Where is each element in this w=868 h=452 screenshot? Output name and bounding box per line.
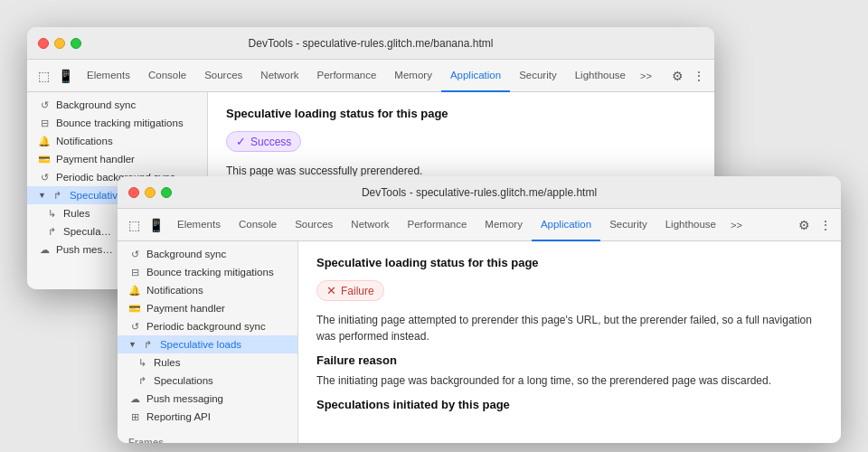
failure-reason-title: Failure reason [316, 353, 823, 367]
sidebar-item-label: Bounce tracking mitigations [146, 267, 274, 278]
sidebar-item-speculations-2[interactable]: ↱ Speculations [118, 372, 297, 390]
chevron-down-icon-2: ▼ [128, 340, 137, 349]
sidebar-item-label: Push mes… [56, 244, 113, 255]
maximize-button-2[interactable] [161, 187, 172, 198]
tab-lighthouse-2[interactable]: Lighthouse [656, 209, 725, 241]
status-badge-success: ✓ Success [226, 131, 301, 152]
sidebar-item-label: Bounce tracking mitigations [56, 118, 184, 128]
bounce-tracking-icon-2: ⊟ [128, 266, 141, 278]
sidebar-item-label: Notifications [146, 285, 203, 296]
speculative-loads-icon: ↱ [52, 189, 64, 202]
settings-icon-2[interactable]: ⚙ [796, 217, 812, 233]
tab-bar-banana: Elements Console Sources Network Perform… [78, 60, 665, 92]
more-tabs[interactable]: >> [635, 71, 657, 81]
sidebar-item-push-messaging-2[interactable]: ☁ Push messaging [118, 390, 297, 408]
inspect-icon-2[interactable]: ⬚ [125, 216, 143, 234]
tab-elements[interactable]: Elements [78, 60, 139, 92]
maximize-button[interactable] [71, 38, 81, 49]
sidebar-item-payment-handler-2[interactable]: 💳 Payment handler [118, 299, 297, 317]
tab-console-2[interactable]: Console [230, 209, 286, 241]
sidebar-item-payment-handler[interactable]: 💳 Payment handler [27, 150, 207, 168]
tab-sources-2[interactable]: Sources [286, 209, 342, 241]
window-title: DevTools - speculative-rules.glitch.me/b… [249, 37, 494, 50]
tab-memory[interactable]: Memory [385, 60, 441, 92]
notifications-icon: 🔔 [38, 135, 51, 147]
titlebar-banana: DevTools - speculative-rules.glitch.me/b… [27, 27, 714, 60]
reporting-api-icon-2: ⊞ [128, 410, 141, 423]
sidebar-item-bounce-tracking[interactable]: ⊟ Bounce tracking mitigations [27, 114, 207, 132]
close-button[interactable] [38, 38, 49, 49]
minimize-button[interactable] [54, 38, 65, 49]
tab-network-2[interactable]: Network [342, 209, 398, 241]
sidebar-apple: ↺ Background sync ⊟ Bounce tracking miti… [118, 241, 298, 443]
titlebar-apple: DevTools - speculative-rules.glitch.me/a… [118, 176, 841, 209]
sidebar-item-label: Specula… [63, 226, 111, 237]
tab-network[interactable]: Network [251, 60, 307, 92]
toolbar-banana: ⬚ 📱 Elements Console Sources Network Per… [27, 60, 714, 92]
success-icon: ✓ [236, 135, 246, 148]
badge-label: Success [250, 136, 291, 148]
device-icon[interactable]: 📱 [56, 67, 74, 85]
periodic-bg-sync-icon: ↺ [38, 171, 51, 184]
sidebar-item-reporting-api-2[interactable]: ⊞ Reporting API [118, 408, 297, 426]
tab-console[interactable]: Console [139, 60, 195, 92]
tab-memory-2[interactable]: Memory [476, 209, 532, 241]
toolbar-right: ⚙ ⋮ [669, 68, 707, 84]
notifications-icon-2: 🔔 [128, 284, 141, 297]
speculations-icon: ↱ [45, 225, 58, 238]
menu-icon[interactable]: ⋮ [691, 68, 707, 84]
background-sync-icon: ↺ [38, 99, 51, 111]
sidebar-item-background-sync-2[interactable]: ↺ Background sync [118, 245, 297, 263]
sidebar-item-periodic-bg-sync-2[interactable]: ↺ Periodic background sync [118, 317, 297, 335]
sidebar-item-bounce-tracking-2[interactable]: ⊟ Bounce tracking mitigations [118, 263, 297, 281]
sidebar-item-label: Notifications [56, 136, 113, 146]
inspect-icon[interactable]: ⬚ [34, 67, 52, 85]
chevron-down-icon: ▼ [38, 191, 46, 200]
sidebar-item-label: Speculations [154, 375, 213, 386]
sidebar-item-speculative-loads-2[interactable]: ▼ ↱ Speculative loads [118, 335, 297, 353]
main-content-apple: Speculative loading status for this page… [298, 241, 841, 443]
sidebar-item-label: Rules [63, 208, 90, 219]
content-apple: ↺ Background sync ⊟ Bounce tracking miti… [118, 241, 841, 443]
failure-reason-text: The initiating page was backgrounded for… [316, 372, 823, 389]
minimize-button-2[interactable] [145, 187, 156, 198]
tab-elements-2[interactable]: Elements [168, 209, 230, 241]
background-sync-icon-2: ↺ [128, 248, 141, 260]
bounce-tracking-icon: ⊟ [38, 117, 51, 129]
push-messaging-icon-2: ☁ [128, 392, 141, 405]
tab-application[interactable]: Application [441, 60, 510, 92]
failure-icon: ✕ [326, 284, 336, 297]
sidebar-item-background-sync[interactable]: ↺ Background sync [27, 96, 207, 114]
tab-performance-2[interactable]: Performance [399, 209, 476, 241]
more-tabs-2[interactable]: >> [725, 220, 748, 231]
close-button-2[interactable] [128, 187, 139, 198]
sidebar-item-label: Speculative loads [160, 339, 241, 350]
tab-performance[interactable]: Performance [308, 60, 386, 92]
rules-icon: ↳ [45, 207, 58, 220]
tab-bar-apple: Elements Console Sources Network Perform… [168, 209, 792, 241]
tab-security-2[interactable]: Security [600, 209, 656, 241]
tab-application-2[interactable]: Application [532, 209, 600, 241]
status-badge-failure: ✕ Failure [316, 280, 384, 301]
tab-sources[interactable]: Sources [195, 60, 251, 92]
traffic-lights [27, 38, 81, 49]
speculations-icon-2: ↱ [136, 374, 148, 387]
badge-label: Failure [341, 285, 374, 297]
sidebar-item-notifications[interactable]: 🔔 Notifications [27, 132, 207, 150]
traffic-lights-2 [118, 187, 172, 198]
settings-icon[interactable]: ⚙ [669, 68, 685, 84]
device-icon-2[interactable]: 📱 [146, 216, 165, 234]
sidebar-item-label: Background sync [56, 99, 136, 110]
tab-security[interactable]: Security [510, 60, 566, 92]
sidebar-item-label: Periodic background sync [146, 321, 266, 332]
sidebar-item-label: Rules [154, 357, 180, 368]
menu-icon-2[interactable]: ⋮ [817, 217, 834, 233]
payment-handler-icon-2: 💳 [128, 302, 141, 315]
toolbar-right-2: ⚙ ⋮ [796, 217, 834, 233]
rules-icon-2: ↳ [136, 356, 148, 369]
tab-lighthouse[interactable]: Lighthouse [566, 60, 635, 92]
payment-handler-icon: 💳 [38, 153, 51, 165]
sidebar-item-rules-2[interactable]: ↳ Rules [118, 353, 297, 372]
section-title-2: Speculative loading status for this page [316, 256, 823, 269]
sidebar-item-notifications-2[interactable]: 🔔 Notifications [118, 281, 297, 299]
